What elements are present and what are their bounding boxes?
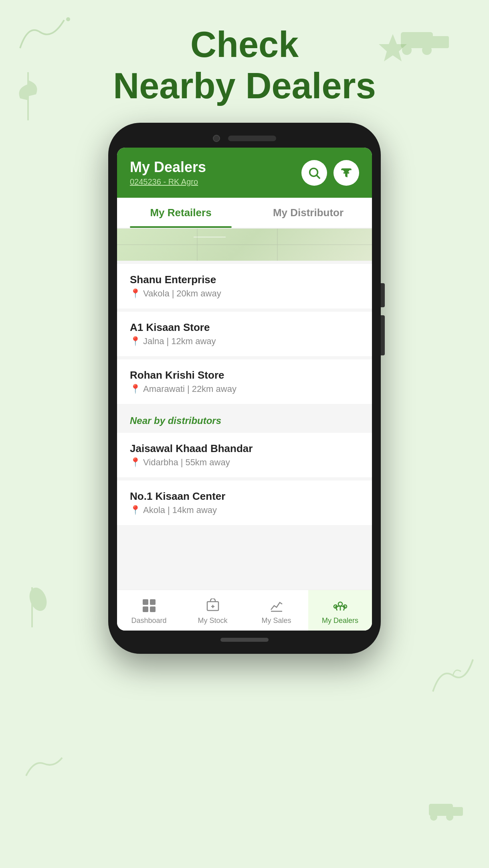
search-button[interactable] <box>301 160 327 186</box>
app-header: My Dealers 0245236 - RK Agro <box>117 148 372 198</box>
retailer-2-location: 📍 Jalna | 12km away <box>130 336 359 347</box>
camera-dot <box>213 135 220 142</box>
location-pin-icon-4: 📍 <box>130 457 141 468</box>
search-icon <box>307 166 321 180</box>
nearby-distributors-label: Near by distributors <box>117 407 372 430</box>
mystock-nav-label: My Stock <box>198 617 227 625</box>
svg-line-27 <box>335 606 340 606</box>
tab-bar: My Retailers My Distributor <box>117 198 372 229</box>
location-pin-icon-3: 📍 <box>130 384 141 394</box>
mysales-nav-label: My Sales <box>261 617 291 625</box>
retailer-card-2-content: A1 Kisaan Store 📍 Jalna | 12km away <box>130 321 359 347</box>
main-content: Shanu Enterprise 📍 Vakola | 20km away A1… <box>117 229 372 590</box>
svg-point-5 <box>26 587 48 613</box>
tab-retailers[interactable]: My Retailers <box>117 198 244 228</box>
home-indicator <box>220 638 269 642</box>
dashboard-nav-label: Dashboard <box>131 617 166 625</box>
svg-rect-9 <box>449 807 463 816</box>
filter-icon <box>339 166 353 180</box>
page-title-section: Check Nearby Dealers <box>113 24 376 107</box>
app-title: My Dealers <box>130 159 206 176</box>
svg-point-7 <box>430 813 437 821</box>
distributor-1-location: 📍 Vidarbha | 55km away <box>130 457 359 468</box>
svg-point-3 <box>422 45 432 55</box>
distributor-card-2-content: No.1 Kisaan Center 📍 Akola | 14km away <box>130 490 359 515</box>
header-text-group: My Dealers 0245236 - RK Agro <box>130 159 206 187</box>
svg-rect-17 <box>150 599 156 605</box>
distributor-2-location: 📍 Akola | 14km away <box>130 505 359 515</box>
retailer-card-3[interactable]: Rohan Krishi Store 📍 Amarawati | 22km aw… <box>117 359 372 404</box>
retailer-card-1[interactable]: Shanu Enterprise 📍 Vakola | 20km away <box>117 264 372 308</box>
retailer-card-3-content: Rohan Krishi Store 📍 Amarawati | 22km aw… <box>130 369 359 394</box>
mydealers-icon <box>332 597 349 614</box>
phone-bottom-bar <box>117 631 372 642</box>
retailer-card-1-content: Shanu Enterprise 📍 Vakola | 20km away <box>130 274 359 299</box>
svg-point-24 <box>338 602 342 606</box>
svg-point-10 <box>310 168 318 176</box>
mysales-icon <box>268 597 285 614</box>
dashboard-icon <box>141 597 158 614</box>
nav-dashboard[interactable]: Dashboard <box>117 590 181 631</box>
bottom-nav: Dashboard My Stock <box>117 590 372 631</box>
phone-screen: My Dealers 0245236 - RK Agro <box>117 148 372 631</box>
svg-rect-16 <box>143 599 148 605</box>
svg-point-8 <box>446 813 453 821</box>
app-subtitle: 0245236 - RK Agro <box>130 177 206 187</box>
retailer-3-location: 📍 Amarawati | 22km away <box>130 384 359 394</box>
tab-distributor[interactable]: My Distributor <box>244 198 372 228</box>
svg-point-0 <box>66 17 70 21</box>
retailer-1-location: 📍 Vakola | 20km away <box>130 288 359 299</box>
retailer-2-name: A1 Kisaan Store <box>130 321 359 334</box>
svg-rect-4 <box>425 36 449 48</box>
distributor-card-1-content: Jaisawal Khaad Bhandar 📍 Vidarbha | 55km… <box>130 442 359 468</box>
svg-point-2 <box>402 45 412 55</box>
power-button <box>381 315 385 355</box>
svg-rect-19 <box>150 606 156 612</box>
svg-line-28 <box>340 606 345 606</box>
location-pin-icon-2: 📍 <box>130 336 141 347</box>
speaker-bar <box>228 136 276 141</box>
nav-mysales[interactable]: My Sales <box>244 590 308 631</box>
location-pin-icon: 📍 <box>130 288 141 299</box>
nav-mystock[interactable]: My Stock <box>181 590 244 631</box>
map-preview <box>117 229 372 261</box>
distributor-1-name: Jaisawal Khaad Bhandar <box>130 442 359 455</box>
retailer-1-name: Shanu Enterprise <box>130 274 359 286</box>
retailer-3-name: Rohan Krishi Store <box>130 369 359 381</box>
svg-line-11 <box>317 175 320 178</box>
distributor-card-1[interactable]: Jaisawal Khaad Bhandar 📍 Vidarbha | 55km… <box>117 433 372 477</box>
mystock-icon <box>204 597 221 614</box>
svg-marker-12 <box>342 168 351 177</box>
retailer-card-2[interactable]: A1 Kisaan Store 📍 Jalna | 12km away <box>117 312 372 356</box>
distributor-card-2[interactable]: No.1 Kisaan Center 📍 Akola | 14km away <box>117 481 372 525</box>
svg-rect-1 <box>401 32 433 48</box>
mydealers-nav-label: My Dealers <box>322 617 358 625</box>
volume-button <box>381 283 385 307</box>
location-pin-icon-5: 📍 <box>130 505 141 515</box>
page-title-line2: Nearby Dealers <box>113 65 376 107</box>
phone-frame: My Dealers 0245236 - RK Agro <box>108 123 381 654</box>
filter-button[interactable] <box>333 160 359 186</box>
header-icon-group <box>301 160 359 186</box>
svg-rect-6 <box>429 804 453 816</box>
page-title-line1: Check <box>113 24 376 65</box>
nav-mydealers[interactable]: My Dealers <box>308 590 372 631</box>
phone-top-bar <box>117 135 372 148</box>
svg-rect-18 <box>143 606 148 612</box>
distributor-2-name: No.1 Kisaan Center <box>130 490 359 503</box>
